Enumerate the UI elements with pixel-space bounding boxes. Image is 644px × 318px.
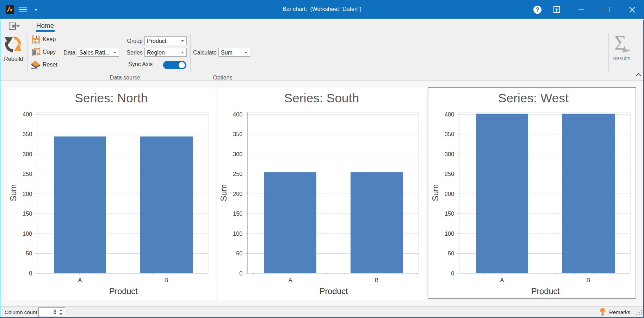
svg-text:Series: South: Series: South (284, 91, 359, 105)
svg-text:250: 250 (233, 171, 243, 177)
svg-text:350: 350 (23, 131, 32, 137)
svg-text:400: 400 (23, 111, 32, 117)
svg-text:100: 100 (445, 230, 454, 237)
svg-text:0: 0 (239, 270, 242, 276)
svg-text:250: 250 (445, 171, 454, 177)
svg-text:50: 50 (236, 250, 242, 256)
svg-text:Series: West: Series: West (498, 91, 569, 105)
svg-text:100: 100 (233, 230, 243, 237)
svg-text:200: 200 (445, 191, 454, 197)
svg-text:350: 350 (445, 131, 454, 137)
svg-text:Series: North: Series: North (75, 91, 148, 105)
svg-text:250: 250 (23, 171, 32, 177)
svg-text:Product: Product (109, 286, 138, 296)
svg-text:300: 300 (233, 151, 243, 157)
svg-text:50: 50 (26, 250, 32, 256)
svg-text:400: 400 (233, 111, 243, 117)
svg-text:150: 150 (23, 210, 32, 217)
svg-text:Product: Product (320, 286, 348, 296)
svg-text:150: 150 (445, 210, 454, 217)
svg-text:Sum: Sum (219, 184, 228, 201)
svg-text:300: 300 (445, 151, 454, 157)
svg-text:100: 100 (23, 230, 32, 237)
svg-text:Sum: Sum (431, 184, 440, 201)
svg-text:B: B (164, 277, 168, 283)
svg-text:A: A (78, 277, 82, 283)
svg-text:50: 50 (448, 250, 454, 256)
svg-text:A: A (500, 277, 504, 283)
svg-text:0: 0 (29, 270, 32, 276)
svg-text:B: B (374, 277, 378, 283)
svg-text:0: 0 (451, 270, 454, 276)
svg-text:B: B (586, 277, 590, 283)
svg-text:350: 350 (233, 131, 243, 137)
svg-text:150: 150 (233, 210, 243, 217)
svg-text:300: 300 (23, 151, 32, 157)
svg-text:200: 200 (233, 191, 243, 197)
svg-text:A: A (288, 277, 292, 283)
svg-text:200: 200 (23, 191, 32, 197)
svg-text:Product: Product (531, 286, 560, 296)
svg-text:400: 400 (445, 111, 454, 117)
svg-text:Sum: Sum (8, 184, 18, 201)
